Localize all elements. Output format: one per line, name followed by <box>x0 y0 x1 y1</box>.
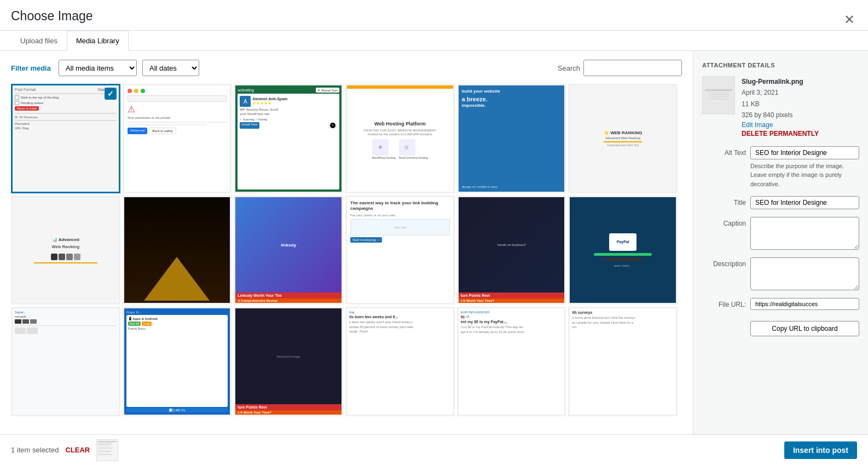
description-group: Description <box>702 257 859 290</box>
media-item[interactable]: ith surveys a some good features but I f… <box>568 307 678 416</box>
alt-text-input[interactable] <box>750 146 859 159</box>
media-item[interactable]: Web Hosting Platform CRAFTED FOR EASY WE… <box>345 84 455 193</box>
file-url-group: File URL: <box>702 298 859 310</box>
filter-label: Filter media <box>11 64 51 72</box>
description-textarea[interactable] <box>750 257 859 290</box>
date-select[interactable]: All dates <box>142 60 199 76</box>
media-item[interactable]: ⭐ WEB RANKING Advanced Web Ranking Compr… <box>568 84 678 193</box>
media-item[interactable]: The easiest way to track your link build… <box>345 196 455 305</box>
media-item[interactable]: Super... rewards <box>11 307 120 416</box>
delete-permanently-link[interactable]: DELETE PERMANENTLY <box>742 130 819 137</box>
media-item[interactable]: 📊 Advanced Web Ranking <box>11 196 120 305</box>
selected-count: 1 item selected <box>11 446 59 454</box>
file-url-label: File URL: <box>702 298 746 308</box>
modal-header: Choose Image ✕ <box>0 0 868 31</box>
title-input[interactable] <box>750 196 859 209</box>
close-button[interactable]: ✕ <box>842 13 857 26</box>
search-label: Search <box>558 64 580 72</box>
copy-url-container: Copy URL to clipboard <box>702 318 859 336</box>
selected-info: 1 item selected CLEAR <box>11 439 118 461</box>
tab-media-library[interactable]: Media Library <box>67 31 129 51</box>
attachment-info-row: Slug-Permalink.png April 3, 2021 11 KB 3… <box>702 76 859 137</box>
caption-textarea[interactable] <box>750 217 859 250</box>
attachment-meta: Slug-Permalink.png April 3, 2021 11 KB 3… <box>742 76 819 137</box>
title-label: Title <box>702 196 746 206</box>
media-item[interactable]: ilng its been two weeks and 6... it been… <box>345 307 455 416</box>
caption-label: Caption <box>702 217 746 227</box>
media-item[interactable]: hands on keyboard ture Points Revi s It … <box>457 196 566 305</box>
modal-body: Filter media All media items All dates S… <box>0 51 868 434</box>
attachment-thumbnail <box>702 76 735 114</box>
media-item[interactable]: Roger th... 📱 Apps & Android Earn $5 Inv… <box>123 307 232 416</box>
title-group: Title <box>702 196 859 209</box>
media-item[interactable]: linkody Linkody Worth Your Tim A Compreh… <box>234 196 343 305</box>
media-grid-wrapper[interactable]: Post FormatStandard ▾ Stick to the top o… <box>11 84 682 426</box>
selected-thumb-preview <box>96 439 118 461</box>
media-panel: Filter media All media items All dates S… <box>0 51 693 434</box>
alt-hint-1: Describe the purpose of the image. <box>750 163 844 169</box>
alt-text-group: Alt Text Describe the purpose of the ima… <box>702 146 859 189</box>
media-item[interactable]: Post FormatStandard ▾ Stick to the top o… <box>11 84 120 193</box>
clear-selection-link[interactable]: CLEAR <box>65 446 90 454</box>
selected-checkmark: ✓ <box>105 88 117 100</box>
search-box: Search <box>558 60 682 76</box>
tab-upload[interactable]: Upload files <box>11 31 67 51</box>
media-item[interactable] <box>123 196 232 305</box>
attachment-details-title: ATTACHMENT DETAILS <box>702 62 859 68</box>
media-type-select[interactable]: All media items <box>59 60 137 76</box>
tabs-row: Upload files Media Library <box>0 31 868 51</box>
modal-title: Choose Image <box>11 9 93 30</box>
edit-image-link[interactable]: Edit Image <box>742 121 819 129</box>
insert-into-post-button[interactable]: Insert into post <box>784 441 857 459</box>
modal-container: Choose Image ✕ Upload files Media Librar… <box>0 0 868 465</box>
search-input[interactable] <box>583 60 682 76</box>
description-label: Description <box>702 257 746 268</box>
alt-hint-2: Leave empty if the image is purely decor… <box>750 171 842 187</box>
media-grid: Post FormatStandard ▾ Stick to the top o… <box>11 84 682 416</box>
media-item[interactable]: keyboard image ture Points Revi s It Wor… <box>234 307 343 416</box>
media-item[interactable]: build your website a breeze. impossible.… <box>457 84 566 193</box>
alt-text-label: Alt Text <box>702 146 746 157</box>
copy-url-button[interactable]: Copy URL to clipboard <box>750 321 859 336</box>
modal-footer: 1 item selected CLEAR Insert into post <box>0 434 868 465</box>
filter-row: Filter media All media items All dates S… <box>11 60 682 76</box>
media-item[interactable]: PayPal earn more... <box>568 196 678 305</box>
media-item[interactable]: ⚠ Your connection is not private Advance… <box>123 84 232 193</box>
attachment-sidebar: ATTACHMENT DETAILS Slug-Permalink.png Ap… <box>693 51 868 434</box>
file-url-input[interactable] <box>750 298 859 310</box>
alt-text-hint: Describe the purpose of the image. Leave… <box>750 162 859 189</box>
media-item[interactable]: activating✕ Worse Sort A Akismet Anti-Sp… <box>234 84 343 193</box>
caption-group: Caption <box>702 217 859 250</box>
media-item[interactable]: EUR INFLUENCER 🇺🇸US ent my $5 to my PayP… <box>457 307 566 416</box>
